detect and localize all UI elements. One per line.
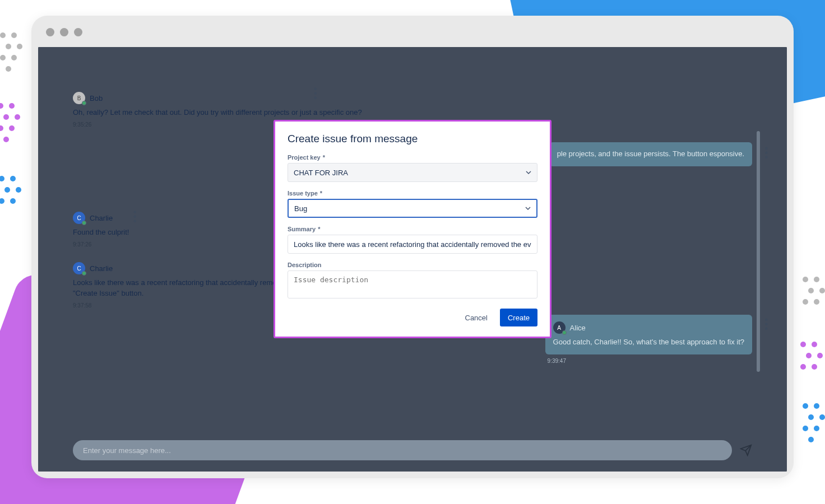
issue-type-label: Issue type * — [288, 190, 537, 197]
bg-dots-right — [797, 274, 825, 470]
create-issue-modal-wrap: Create issue from message Project key * … — [31, 16, 794, 478]
create-button[interactable]: Create — [500, 309, 537, 326]
project-key-label: Project key * — [288, 154, 537, 161]
modal-title: Create issue from message — [288, 133, 537, 145]
chevron-down-icon — [526, 170, 531, 175]
project-key-select[interactable]: CHAT FOR JIRA — [288, 163, 537, 182]
cancel-button[interactable]: Cancel — [457, 309, 495, 326]
description-input[interactable] — [288, 270, 537, 298]
browser-frame: B Bob Oh, really? Let me check that out.… — [31, 16, 794, 478]
create-issue-modal: Create issue from message Project key * … — [274, 120, 551, 338]
chevron-down-icon — [525, 206, 531, 211]
summary-label: Summary * — [288, 226, 537, 232]
description-label: Description — [288, 262, 537, 268]
bg-dots-left — [0, 30, 28, 226]
issue-type-select[interactable]: Bug — [288, 199, 537, 218]
modal-actions: Cancel Create — [288, 309, 537, 326]
summary-input[interactable] — [288, 235, 537, 254]
issue-type-value: Bug — [294, 204, 307, 213]
project-key-value: CHAT FOR JIRA — [294, 169, 348, 177]
